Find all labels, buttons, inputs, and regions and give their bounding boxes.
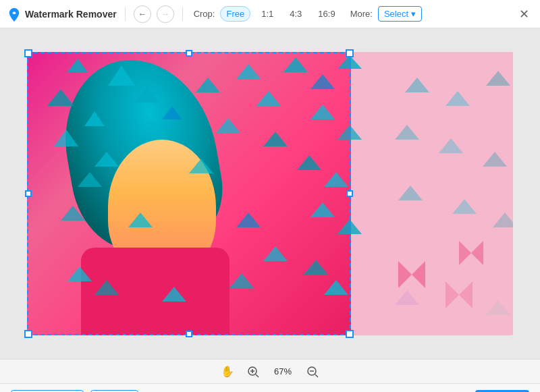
crop-handle-top[interactable]: [186, 50, 192, 57]
close-button[interactable]: ✕: [514, 5, 533, 24]
crop-handle-bl[interactable]: [24, 330, 32, 338]
image-container: [27, 52, 513, 335]
select-label: Select: [384, 9, 408, 19]
crop-handle-tl[interactable]: [24, 49, 32, 57]
crop-1-1[interactable]: 1:1: [256, 7, 279, 21]
crop-label: Crop:: [194, 9, 215, 19]
nav-back-button[interactable]: ←: [134, 5, 151, 23]
bottom-bar: New Image Back Save: [0, 383, 540, 392]
crop-4-3[interactable]: 4:3: [284, 7, 307, 21]
divider2: [182, 7, 183, 21]
divider: [125, 7, 126, 21]
hand-tool-icon[interactable]: ✋: [219, 364, 236, 380]
app-title: Watermark Remover: [25, 9, 117, 20]
zoom-bar: ✋ 67%: [0, 359, 540, 383]
canvas-area: [0, 28, 540, 359]
app-logo: Watermark Remover: [7, 7, 117, 22]
crop-handle-right[interactable]: [346, 190, 353, 197]
crop-handle-tr[interactable]: [346, 49, 354, 57]
dropdown-arrow-icon: ▾: [411, 9, 416, 19]
zoom-in-icon[interactable]: [245, 364, 261, 380]
crop-16-9[interactable]: 16:9: [313, 7, 340, 21]
more-label: More:: [350, 9, 373, 19]
zoom-level: 67%: [271, 366, 295, 376]
crop-handle-left[interactable]: [25, 190, 32, 197]
app-logo-icon: [7, 7, 22, 22]
crop-handle-bottom[interactable]: [186, 331, 192, 337]
svg-line-52: [256, 374, 259, 377]
zoom-out-icon[interactable]: [304, 364, 321, 380]
nav-forward-button[interactable]: →: [157, 5, 174, 23]
svg-line-56: [315, 374, 318, 377]
crop-handle-br[interactable]: [346, 330, 354, 338]
titlebar: Watermark Remover ← → Crop: Free 1:1 4:3…: [0, 0, 540, 28]
arrow-right-icon: [423, 389, 463, 393]
select-dropdown[interactable]: Select ▾: [378, 6, 422, 22]
crop-free[interactable]: Free: [220, 6, 250, 22]
crop-selection-box[interactable]: [27, 52, 351, 335]
